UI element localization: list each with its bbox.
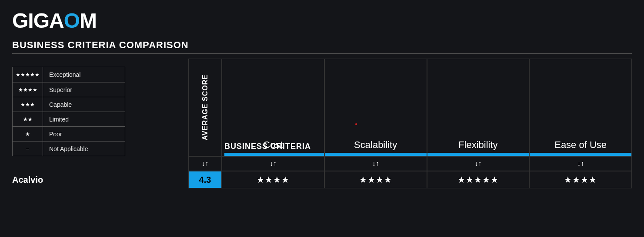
criteria-header: Flexibility	[427, 59, 530, 156]
sort-button[interactable]: ↓↑	[222, 156, 324, 171]
logo-part2: O	[64, 9, 80, 33]
criteria-label: Ease of Use	[554, 139, 607, 151]
rating-cell: ★★★★★	[427, 171, 530, 188]
divider	[12, 53, 632, 54]
sort-button[interactable]: ↓↑	[324, 156, 427, 171]
avg-score-label: AVERAGE SCORE	[201, 74, 209, 140]
page-title: BUSINESS CRITERIA COMPARISON	[12, 40, 632, 51]
criteria-label: Flexibility	[458, 139, 497, 151]
rating-cell: ★★★★	[222, 171, 324, 188]
sort-icon: ↓↑	[474, 160, 481, 168]
criteria-header: Scalability	[324, 59, 427, 156]
rating-cell: ★★★★	[324, 171, 427, 188]
criteria-label: Cost	[263, 139, 283, 151]
sort-button[interactable]: ↓↑	[427, 156, 530, 171]
logo: GIGAOM	[12, 9, 632, 33]
sort-icon: ↓↑	[270, 160, 277, 168]
avg-score-value: 4.3	[188, 171, 222, 188]
avg-score-header: AVERAGE SCORE	[188, 59, 222, 156]
rating-cell: ★★★★	[529, 171, 632, 188]
sort-button[interactable]: ↓↑	[188, 156, 222, 171]
logo-part1: GIGA	[12, 9, 64, 33]
criteria-header: Ease of Use	[529, 59, 632, 156]
criteria-header: Cost	[222, 59, 324, 156]
vendor-name: Acalvio	[12, 171, 188, 188]
sort-icon: ↓↑	[372, 160, 379, 168]
table-row: Acalvio 4.3 ★★★★ ★★★★ ★★★★★ ★★★★	[12, 171, 632, 188]
logo-part3: M	[80, 9, 97, 33]
sort-icon: ↓↑	[577, 160, 584, 168]
criteria-label: Scalability	[354, 139, 397, 151]
sort-icon: ↓↑	[202, 160, 209, 168]
sort-button[interactable]: ↓↑	[529, 156, 632, 171]
red-dot-icon	[355, 123, 357, 125]
